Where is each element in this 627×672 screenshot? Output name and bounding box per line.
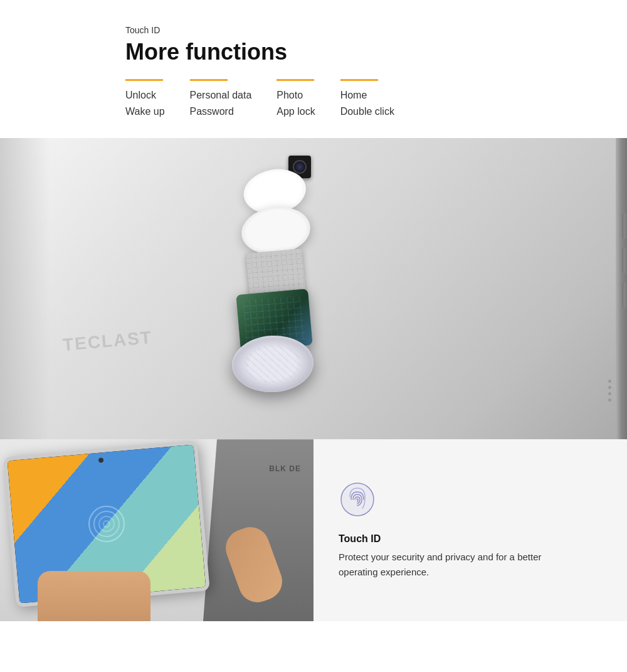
bottom-left-image: BLK DE bbox=[0, 439, 314, 621]
screen-camera bbox=[98, 457, 104, 463]
tablet-right-edge bbox=[616, 138, 627, 439]
features-row: Unlock Wake up Personal data Password Ph… bbox=[125, 79, 627, 119]
svg-point-1 bbox=[93, 511, 120, 538]
feature-home: Home Double click bbox=[340, 79, 419, 119]
tablet-button-2 bbox=[622, 248, 627, 273]
svg-point-3 bbox=[103, 521, 110, 528]
page-title: More functions bbox=[125, 39, 627, 65]
tshirt-text: BLK DE bbox=[269, 464, 301, 473]
fingerprint-sensor-exploded bbox=[213, 176, 351, 389]
feature-photo-text: Photo App lock bbox=[277, 87, 315, 119]
feature-personal: Personal data Password bbox=[190, 79, 277, 119]
svg-point-2 bbox=[98, 516, 115, 532]
dot-2 bbox=[608, 386, 611, 389]
dots-row bbox=[608, 380, 611, 402]
feature-unlock: Unlock Wake up bbox=[125, 79, 190, 119]
feature-personal-text: Personal data Password bbox=[190, 87, 252, 119]
bottom-touch-id-label: Touch ID bbox=[339, 533, 602, 545]
tablet-image-section: TECLAST bbox=[0, 138, 627, 439]
feature-home-text: Home Double click bbox=[340, 87, 394, 119]
bottom-section: BLK DE bbox=[0, 439, 627, 621]
tablet-button-3 bbox=[622, 282, 627, 307]
top-section: Touch ID More functions Unlock Wake up P… bbox=[0, 0, 627, 138]
bottom-right-info: Touch ID Protect your security and priva… bbox=[314, 439, 627, 621]
hand-bottom bbox=[38, 571, 150, 621]
camera-lens bbox=[293, 160, 307, 174]
bottom-description: Protect your security and privacy and fo… bbox=[339, 550, 552, 580]
dot-1 bbox=[608, 380, 611, 383]
dot-4 bbox=[608, 398, 611, 402]
screen-fingerprint-icon bbox=[86, 504, 127, 545]
dot-3 bbox=[608, 392, 611, 395]
svg-point-0 bbox=[88, 505, 126, 543]
tablet-button-1 bbox=[622, 213, 627, 238]
touch-id-label: Touch ID bbox=[125, 25, 627, 35]
fingerprint-icon bbox=[339, 481, 376, 518]
feature-photo: Photo App lock bbox=[277, 79, 340, 119]
fingerprint-icon-container bbox=[339, 481, 602, 521]
feature-unlock-text: Unlock Wake up bbox=[125, 87, 165, 119]
